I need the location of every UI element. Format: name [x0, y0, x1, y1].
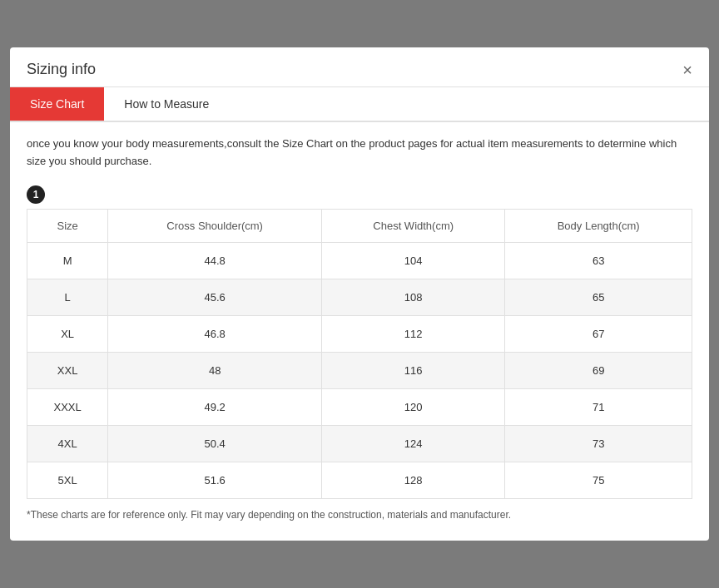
- table-cell-2-2: 112: [322, 315, 505, 352]
- table-cell-5-1: 50.4: [108, 425, 322, 462]
- table-cell-4-1: 49.2: [108, 388, 322, 425]
- table-row: 5XL51.612875: [27, 462, 692, 498]
- table-cell-1-3: 65: [505, 279, 692, 315]
- table-cell-5-0: 4XL: [27, 425, 108, 462]
- step-number: 1: [27, 185, 45, 204]
- modal-title: Sizing info: [27, 61, 96, 78]
- table-cell-0-2: 104: [322, 242, 505, 279]
- table-row: XXL4811669: [27, 352, 692, 388]
- table-cell-6-0: 5XL: [27, 462, 108, 498]
- table-cell-4-0: XXXL: [27, 388, 108, 425]
- table-cell-0-1: 44.8: [108, 242, 322, 279]
- modal-overlay: Sizing info × Size Chart How to Measure …: [0, 0, 719, 588]
- table-cell-0-3: 63: [505, 242, 692, 279]
- sizing-info-modal: Sizing info × Size Chart How to Measure …: [10, 47, 709, 541]
- table-cell-3-2: 116: [322, 352, 505, 388]
- table-row: M44.810463: [27, 242, 692, 279]
- table-row: 4XL50.412473: [27, 425, 692, 462]
- table-cell-3-1: 48: [108, 352, 322, 388]
- modal-header: Sizing info ×: [10, 47, 709, 87]
- footnote-text: *These charts are for reference only. Fi…: [10, 499, 709, 524]
- table-cell-1-2: 108: [322, 279, 505, 315]
- table-cell-0-0: M: [27, 242, 108, 279]
- tab-bar: Size Chart How to Measure: [10, 87, 709, 122]
- col-header-body-length: Body Length(cm): [505, 209, 692, 242]
- table-cell-6-2: 128: [322, 462, 505, 498]
- table-row: XL46.811267: [27, 315, 692, 352]
- table-cell-3-3: 69: [505, 352, 692, 388]
- size-chart-table: Size Cross Shoulder(cm) Chest Width(cm) …: [27, 209, 692, 499]
- table-cell-2-1: 46.8: [108, 315, 322, 352]
- table-cell-1-1: 45.6: [108, 279, 322, 315]
- table-row: L45.610865: [27, 279, 692, 315]
- col-header-size: Size: [27, 209, 108, 242]
- tab-how-to-measure[interactable]: How to Measure: [104, 87, 229, 121]
- tab-size-chart[interactable]: Size Chart: [10, 87, 104, 121]
- col-header-chest-width: Chest Width(cm): [322, 209, 505, 242]
- table-cell-5-2: 124: [322, 425, 505, 462]
- table-row: XXXL49.212071: [27, 388, 692, 425]
- table-cell-1-0: L: [27, 279, 108, 315]
- table-cell-6-3: 75: [505, 462, 692, 498]
- col-header-cross-shoulder: Cross Shoulder(cm): [108, 209, 322, 242]
- table-cell-2-0: XL: [27, 315, 108, 352]
- close-button[interactable]: ×: [682, 62, 692, 78]
- table-cell-3-0: XXL: [27, 352, 108, 388]
- description-text: once you know your body measurements,con…: [10, 122, 709, 179]
- table-cell-4-3: 71: [505, 388, 692, 425]
- table-cell-6-1: 51.6: [108, 462, 322, 498]
- table-cell-2-3: 67: [505, 315, 692, 352]
- table-cell-5-3: 73: [505, 425, 692, 462]
- table-cell-4-2: 120: [322, 388, 505, 425]
